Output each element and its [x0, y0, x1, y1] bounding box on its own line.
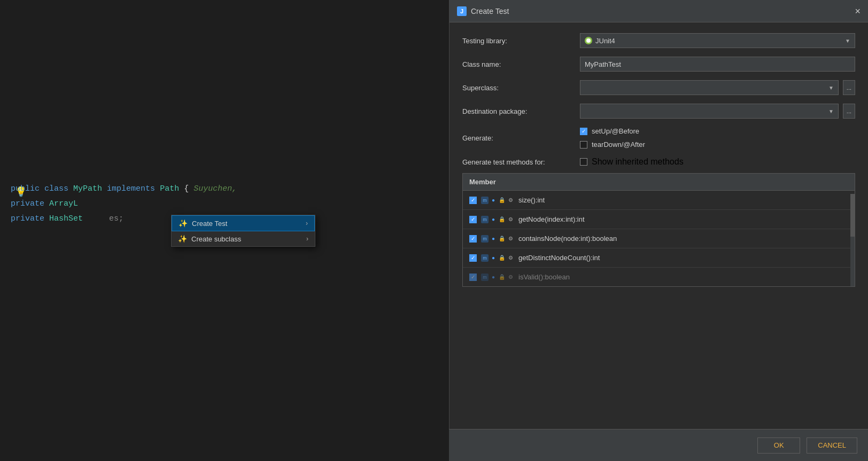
destination-package-arrow: ▼	[828, 108, 834, 114]
members-header-label: Member	[469, 178, 496, 186]
circle-icon-1: ●	[490, 197, 497, 204]
generate-row: Generate: setUp/@Before tearDown/@After	[462, 127, 855, 149]
member-size-icons: m ● 🔒 ⚙	[481, 197, 514, 204]
member-size-name: size():int	[518, 196, 545, 204]
member-containsnode-icons: m ● 🔒 ⚙	[481, 235, 514, 243]
method-icon-2: m	[481, 216, 489, 223]
dialog-footer: ? OK CANCEL	[449, 429, 868, 461]
dialog-title: Create Test	[471, 7, 509, 15]
dialog-icon: J	[457, 6, 467, 16]
member-getdistinct-name: getDistinctNodeCount():int	[518, 254, 600, 262]
testing-library-value: JUnit4	[595, 37, 615, 45]
testing-library-dropdown[interactable]: JUnit4 ▼	[580, 33, 855, 48]
destination-package-browse-button[interactable]: ...	[843, 104, 855, 119]
lock-icon-5: 🔒	[498, 274, 506, 281]
destination-package-control: ▼ ...	[580, 104, 855, 119]
class-name-row: Class name:	[462, 57, 855, 72]
method-icon-1: m	[481, 197, 489, 204]
gear-icon-1: ⚙	[507, 197, 514, 204]
member-item-getdistinct[interactable]: m ● 🔒 ⚙ getDistinctNodeCount():int	[463, 248, 855, 268]
generate-control: setUp/@Before tearDown/@After	[580, 127, 855, 149]
class-name-control	[580, 57, 855, 72]
destination-package-label: Destination package:	[462, 107, 580, 115]
junit-icon	[585, 37, 592, 44]
generate-label: Generate:	[462, 134, 580, 142]
circle-icon-5: ●	[490, 274, 497, 281]
dialog-titlebar: J Create Test ×	[449, 0, 868, 22]
gear-icon-4: ⚙	[507, 254, 514, 262]
dialog-title-left: J Create Test	[457, 6, 509, 16]
teardown-after-row[interactable]: tearDown/@After	[580, 140, 645, 149]
testing-library-label: Testing library:	[462, 37, 580, 45]
destination-package-row: Destination package: ▼ ...	[462, 104, 855, 119]
dialog-body: Testing library: JUnit4 ▼ Class name: Su…	[449, 22, 868, 298]
close-button[interactable]: ×	[855, 6, 861, 16]
submenu-arrow-2: ›	[306, 235, 308, 243]
teardown-after-label: tearDown/@After	[592, 140, 645, 149]
setup-before-checkbox[interactable]	[580, 128, 587, 135]
class-name-label: Class name:	[462, 60, 580, 68]
code-line-2: private ArrayL	[0, 197, 449, 212]
generate-methods-label: Generate test methods for:	[462, 157, 580, 166]
lock-icon-2: 🔒	[498, 216, 506, 223]
circle-icon-2: ●	[490, 216, 497, 223]
menu-item-create-test-label: Create Test	[192, 220, 227, 228]
scrollbar-thumb[interactable]	[850, 194, 855, 237]
members-section: Member m ● 🔒 ⚙ size():int m	[462, 173, 855, 287]
member-getnode-checkbox[interactable]	[469, 216, 477, 223]
testing-library-arrow: ▼	[845, 38, 850, 44]
member-getnode-name: getNode(index:int):int	[518, 215, 585, 223]
superclass-dropdown[interactable]: ▼	[580, 80, 839, 95]
member-item-size[interactable]: m ● 🔒 ⚙ size():int	[463, 191, 855, 210]
superclass-label: Superclass:	[462, 84, 580, 92]
method-icon-3: m	[481, 235, 489, 243]
member-getdistinct-checkbox[interactable]	[469, 254, 477, 262]
create-test-icon: ✨	[179, 219, 188, 228]
member-item-isvalid[interactable]: m ● 🔒 ⚙ isValid():boolean	[463, 268, 855, 286]
lock-icon-1: 🔒	[498, 197, 506, 204]
members-list: m ● 🔒 ⚙ size():int m ● 🔒 ⚙ getN	[463, 191, 855, 286]
member-isvalid-name: isValid():boolean	[518, 273, 570, 281]
show-inherited-checkbox[interactable]	[580, 158, 587, 166]
show-inherited-label: Show inherited methods	[592, 157, 684, 167]
member-size-checkbox[interactable]	[469, 197, 477, 204]
member-item-getnode[interactable]: m ● 🔒 ⚙ getNode(index:int):int	[463, 210, 855, 229]
member-getnode-icons: m ● 🔒 ⚙	[481, 216, 514, 223]
lock-icon-3: 🔒	[498, 235, 506, 243]
superclass-browse-button[interactable]: ...	[843, 80, 855, 95]
member-containsnode-checkbox[interactable]	[469, 235, 477, 243]
lock-icon-4: 🔒	[498, 254, 506, 262]
member-isvalid-checkbox[interactable]	[469, 274, 477, 281]
destination-package-dropdown[interactable]: ▼	[580, 104, 839, 119]
testing-library-control: JUnit4 ▼	[580, 33, 855, 48]
testing-library-row: Testing library: JUnit4 ▼	[462, 33, 855, 48]
method-icon-4: m	[481, 254, 489, 262]
superclass-control: ▼ ...	[580, 80, 855, 95]
generate-methods-right: Show inherited methods	[580, 157, 855, 167]
ok-button[interactable]: OK	[757, 437, 800, 454]
gear-icon-5: ⚙	[507, 274, 514, 281]
menu-item-create-subclass[interactable]: ✨ Create subclass ›	[172, 231, 315, 246]
editor-area: 💡 public class MyPath implements Path { …	[0, 0, 449, 461]
gear-icon-2: ⚙	[507, 216, 514, 223]
members-header: Member	[463, 174, 855, 191]
method-icon-5: m	[481, 274, 489, 281]
setup-before-row[interactable]: setUp/@Before	[580, 127, 645, 135]
create-test-dialog: J Create Test × Testing library: JUnit4 …	[449, 0, 868, 461]
teardown-after-checkbox[interactable]	[580, 141, 587, 149]
class-name-input[interactable]	[580, 57, 855, 72]
circle-icon-3: ●	[490, 235, 497, 243]
scrollbar-track[interactable]	[850, 194, 855, 286]
member-item-containsnode[interactable]: m ● 🔒 ⚙ containsNode(node:int):boolean	[463, 229, 855, 248]
cancel-button[interactable]: CANCEL	[807, 437, 857, 454]
superclass-row: Superclass: ▼ ...	[462, 80, 855, 95]
create-subclass-icon: ✨	[178, 235, 187, 243]
code-line-1: public class MyPath implements Path { Su…	[0, 182, 449, 197]
generate-methods-row: Generate test methods for: Show inherite…	[462, 157, 855, 167]
context-menu: ✨ Create Test › ✨ Create subclass ›	[171, 215, 315, 247]
member-isvalid-icons: m ● 🔒 ⚙	[481, 274, 514, 281]
member-getdistinct-icons: m ● 🔒 ⚙	[481, 254, 514, 262]
submenu-arrow-1: ›	[306, 220, 308, 227]
gear-icon-3: ⚙	[507, 235, 514, 243]
menu-item-create-test[interactable]: ✨ Create Test ›	[172, 215, 315, 231]
